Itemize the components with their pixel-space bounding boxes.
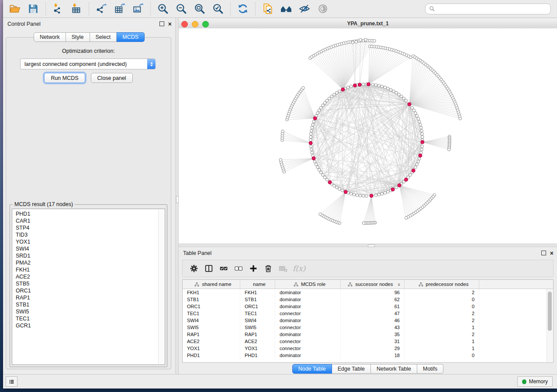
mcds-list-scrollbar[interactable] (158, 210, 164, 364)
app-window: Control Panel × NetworkStyleSelectMCDS O… (3, 0, 557, 389)
mcds-result-item[interactable]: ORC1 (12, 287, 158, 294)
table-row[interactable]: SWI4SWI4dominator462 (183, 317, 553, 324)
tab-mcds[interactable]: MCDS (117, 32, 145, 42)
vertical-splitter[interactable] (175, 18, 179, 375)
tab-network[interactable]: Network (34, 32, 66, 42)
column-header-MCDS-role[interactable]: MCDS role (275, 280, 341, 289)
add-column-button[interactable] (246, 262, 260, 275)
close-panel-icon[interactable]: × (168, 22, 172, 26)
hide-graphics-details-button[interactable] (297, 2, 312, 16)
unselect-all-button[interactable] (232, 262, 246, 275)
tab-network-table[interactable]: Network Table (371, 364, 417, 374)
mcds-result-item[interactable]: TEC1 (12, 315, 158, 322)
clone-network-button[interactable] (260, 2, 275, 16)
import-network-button[interactable] (51, 2, 66, 16)
table-cell: SWI4 (183, 317, 240, 324)
memory-button[interactable]: Memory (517, 376, 553, 387)
table-cell: 61 (341, 303, 405, 310)
import-table-button[interactable] (69, 2, 84, 16)
save-session-button[interactable] (26, 2, 41, 16)
table-cell: STB1 (240, 296, 275, 303)
table-toolbar: f(x) (182, 260, 554, 277)
select-all-button[interactable] (217, 262, 231, 275)
network-canvas[interactable] (179, 28, 557, 244)
mcds-result-item[interactable]: TID3 (12, 231, 158, 238)
right-column: YPA_prune.txt_1 Table Panel × (179, 18, 557, 375)
column-header-name[interactable]: name (240, 280, 275, 289)
export-table-button[interactable] (112, 2, 127, 16)
mcds-result-item[interactable]: PHD1 (12, 210, 158, 217)
zoom-selected-button[interactable] (211, 2, 225, 16)
task-history-button[interactable] (6, 376, 17, 387)
search-input[interactable] (438, 5, 547, 12)
mcds-result-item[interactable]: PMA2 (12, 259, 158, 266)
search-box (425, 3, 551, 14)
column-view-icon (204, 264, 214, 273)
table-row[interactable]: SWI5SWI5connector431 (183, 324, 553, 331)
clone-network-icon (262, 3, 273, 14)
table-row[interactable]: STB1STB1dominator620 (183, 296, 553, 303)
mcds-result-item[interactable]: RAP1 (12, 294, 158, 301)
import-table-icon (71, 3, 82, 14)
table-scrollbar[interactable] (547, 289, 553, 362)
mcds-result-item[interactable]: GCR1 (12, 322, 158, 329)
network-graph[interactable] (179, 28, 557, 244)
table-row[interactable]: ORC1ORC1dominator610 (183, 303, 553, 310)
tab-select[interactable]: Select (90, 32, 117, 42)
table-row[interactable]: ACE2ACE2connector311 (183, 338, 553, 345)
show-graphics-details-button[interactable] (315, 2, 330, 16)
node-table[interactable]: shared namenameMCDS rolesuccessor nodes∨… (182, 279, 554, 363)
tab-edge-table[interactable]: Edge Table (332, 364, 371, 374)
tab-node-table[interactable]: Node Table (292, 364, 332, 374)
delete-column-button[interactable] (261, 262, 275, 275)
zoom-fit-button[interactable] (192, 2, 207, 16)
criterion-dropdown[interactable]: largest connected component (undirected) (20, 58, 156, 69)
table-settings-button[interactable] (187, 262, 201, 275)
scrollbar-thumb[interactable] (548, 292, 552, 331)
export-image-button[interactable] (131, 2, 145, 16)
table-cell: YOX1 (183, 345, 240, 352)
first-neighbors-button[interactable] (279, 2, 294, 16)
table-row[interactable]: TEC1TEC1connector472 (183, 310, 553, 317)
mcds-result-item[interactable]: SWI5 (12, 308, 158, 315)
mcds-result-list[interactable]: PHD1CAR1STP4TID3YOX1SWI4SRD1PMA2FKH1ACE2… (12, 209, 165, 365)
column-view-button[interactable] (202, 262, 216, 275)
table-row[interactable]: PHD1PHD1dominator180 (183, 352, 553, 359)
mcds-result-item[interactable]: STP4 (12, 224, 158, 231)
table-row[interactable]: RAP1RAP1dominator352 (183, 331, 553, 338)
mcds-result-item[interactable]: FKH1 (12, 266, 158, 273)
export-network-button[interactable] (94, 2, 109, 16)
zoom-in-button[interactable] (156, 2, 170, 16)
table-cell: dominator (275, 296, 341, 303)
mcds-result-item[interactable]: CAR1 (12, 217, 158, 224)
run-mcds-button[interactable]: Run MCDS (44, 73, 85, 83)
zoom-out-button[interactable] (174, 2, 189, 16)
tab-style[interactable]: Style (66, 32, 90, 42)
apply-layout-button[interactable] (235, 2, 250, 16)
table-header-row: shared namenameMCDS rolesuccessor nodes∨… (183, 280, 553, 289)
plus-icon (249, 264, 258, 273)
tab-motifs[interactable]: Motifs (417, 364, 443, 374)
column-header-successor-nodes[interactable]: successor nodes∨ (341, 280, 405, 289)
mcds-result-item[interactable]: STB1 (12, 301, 158, 308)
column-header-predecessor-nodes[interactable]: predecessor nodes (405, 280, 479, 289)
float-panel-icon[interactable] (541, 251, 546, 255)
delete-table-button[interactable] (276, 262, 290, 275)
network-window-titlebar[interactable]: YPA_prune.txt_1 (179, 19, 557, 29)
table-cell: connector (275, 324, 341, 331)
mcds-result-item[interactable]: ACE2 (12, 273, 158, 280)
open-file-button[interactable] (7, 2, 22, 16)
close-panel-icon[interactable]: × (550, 251, 554, 255)
float-panel-icon[interactable] (159, 21, 164, 26)
table-row[interactable]: YOX1YOX1connector291 (183, 345, 553, 352)
close-panel-button[interactable]: Close panel (91, 73, 133, 83)
mcds-result-item[interactable]: YOX1 (12, 238, 158, 245)
mcds-result-item[interactable]: SRD1 (12, 252, 158, 259)
table-cell: FKH1 (183, 289, 240, 296)
table-row[interactable]: FKH1FKH1dominator962 (183, 289, 553, 296)
mcds-result-item[interactable]: STB5 (12, 280, 158, 287)
horizontal-splitter[interactable] (179, 244, 557, 247)
mcds-result-item[interactable]: SWI4 (12, 245, 158, 252)
column-header-shared-name[interactable]: shared name (183, 280, 240, 289)
function-builder-icon[interactable]: f(x) (293, 264, 305, 273)
